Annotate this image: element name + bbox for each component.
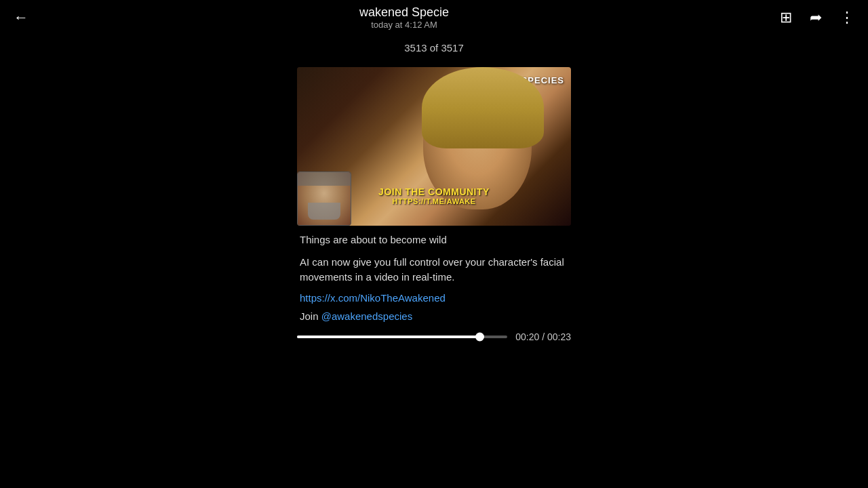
channel-title: wakened Specie [31, 5, 777, 20]
header-right: ⊞ ➦ ⋮ [777, 6, 857, 29]
message-timestamp: today at 4:12 AM [31, 20, 777, 30]
join-prefix: Join [300, 310, 321, 322]
message-join: Join @awakenedspecies [300, 310, 568, 322]
header-center: wakened Specie today at 4:12 AM [31, 5, 777, 30]
share-button[interactable]: ➦ [807, 6, 825, 29]
message-counter: 3513 of 3517 [0, 35, 868, 67]
message-link[interactable]: https://x.com/NikoTheAwakened [300, 292, 568, 304]
time-label: 00:20 / 00:23 [515, 331, 571, 342]
content-area: AWAKENEDSPECIES JOIN THE COMMUNITY HTTPS… [0, 67, 868, 342]
more-button[interactable]: ⋮ [837, 6, 857, 29]
avatar-hair [298, 172, 351, 186]
video-hair [422, 67, 544, 148]
cta-url-text: HTTPS://T.ME/AWAKE [378, 197, 490, 205]
message-line2: AI can now give you full control over yo… [300, 255, 568, 285]
video-cta-overlay: JOIN THE COMMUNITY HTTPS://T.ME/AWAKE [378, 186, 490, 205]
cta-join-text: JOIN THE COMMUNITY [378, 186, 490, 197]
header: ← wakened Specie today at 4:12 AM ⊞ ➦ ⋮ [0, 0, 868, 35]
counter-text: 3513 of 3517 [404, 42, 464, 54]
header-left: ← [11, 6, 31, 29]
avatar-face [298, 172, 351, 225]
message-line1: Things are about to become wild [300, 232, 568, 248]
mention-handle[interactable]: @awakenedspecies [321, 310, 412, 322]
avatar-thumbnail [297, 171, 351, 226]
pip-button[interactable]: ⊞ [777, 6, 795, 29]
pip-icon: ⊞ [780, 9, 792, 26]
back-button[interactable]: ← [11, 6, 31, 29]
message-body: Things are about to become wild AI can n… [297, 232, 571, 322]
progress-bar[interactable] [297, 336, 507, 338]
share-icon: ➦ [810, 9, 822, 26]
avatar-beard [308, 203, 340, 220]
progress-fill [297, 336, 480, 338]
progress-dot [475, 332, 484, 341]
video-thumbnail[interactable]: AWAKENEDSPECIES JOIN THE COMMUNITY HTTPS… [297, 67, 571, 226]
video-controls: 00:20 / 00:23 [297, 331, 571, 342]
more-icon: ⋮ [840, 9, 854, 26]
back-icon: ← [14, 9, 28, 26]
